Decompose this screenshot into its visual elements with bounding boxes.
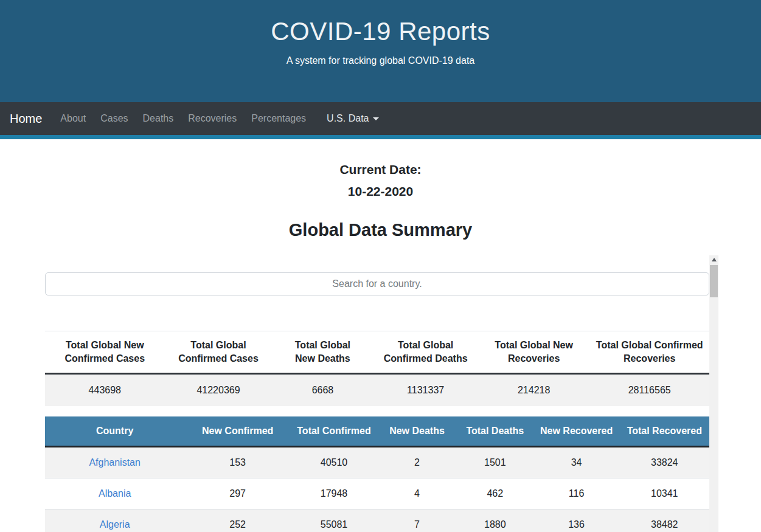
table-cell: 136 (533, 510, 620, 532)
table-cell: 1501 (457, 447, 533, 478)
search-input[interactable] (45, 272, 709, 295)
table-row: Algeria252550817188013638482 (45, 510, 709, 532)
scroll-region: Total Global New Confirmed CasesTotal Gl… (39, 255, 718, 532)
table-cell: 55081 (291, 510, 377, 532)
global-summary-table: Total Global New Confirmed CasesTotal Gl… (45, 331, 709, 406)
scrollbar[interactable] (709, 255, 718, 532)
table-cell: 462 (457, 478, 533, 510)
summary-value-cell: 1131337 (373, 374, 478, 407)
nav-item-u-s-data[interactable]: U.S. Data (319, 113, 386, 123)
summary-value-row: 443698412203696668113133721421828116565 (45, 374, 709, 407)
summary-column-header: Total Global New Confirmed Cases (45, 331, 165, 374)
nav-item-cases[interactable]: Cases (93, 113, 135, 123)
nav-item-percentages[interactable]: Percentages (244, 113, 313, 123)
site-title: COVID-19 Reports (0, 16, 761, 47)
country-column-header: New Deaths (377, 416, 457, 447)
country-cell: Afghanistan (45, 447, 184, 478)
table-cell: 7 (377, 510, 457, 532)
current-date-label: Current Date: (0, 161, 761, 178)
nav-item-deaths[interactable]: Deaths (136, 113, 181, 123)
country-column-header: Total Confirmed (291, 416, 377, 447)
country-table-body: Afghanistan15340510215013433824Albania29… (45, 447, 709, 532)
table-cell: 38482 (620, 510, 709, 532)
country-link[interactable]: Algeria (100, 519, 130, 530)
summary-column-header: Total Global Confirmed Cases (165, 331, 273, 374)
table-cell: 297 (184, 478, 291, 510)
summary-header-row: Total Global New Confirmed CasesTotal Gl… (45, 331, 709, 374)
site-subtitle: A system for tracking global COVID-19 da… (0, 55, 761, 66)
table-cell: 40510 (291, 447, 377, 478)
scroll-content: Total Global New Confirmed CasesTotal Gl… (45, 272, 709, 532)
table-cell: 116 (533, 478, 620, 510)
nav-item-about[interactable]: About (53, 113, 93, 123)
country-header-row: CountryNew ConfirmedTotal ConfirmedNew D… (45, 416, 709, 447)
summary-column-header: Total Global Confirmed Deaths (373, 331, 478, 374)
country-link[interactable]: Afghanistan (89, 457, 141, 468)
nav-items: AboutCasesDeathsRecoveriesPercentagesU.S… (53, 113, 386, 124)
country-column-header: New Confirmed (184, 416, 291, 447)
summary-column-header: Total Global New Deaths (272, 331, 373, 374)
chevron-down-icon (373, 117, 379, 120)
scrollbar-thumb[interactable] (710, 265, 718, 297)
summary-value-cell: 6668 (272, 374, 373, 407)
summary-column-header: Total Global Confirmed Recoveries (589, 331, 709, 374)
table-cell: 4 (377, 478, 457, 510)
country-column-header: Total Deaths (457, 416, 533, 447)
country-link[interactable]: Albania (99, 488, 131, 499)
table-row: Albania29717948446211610341 (45, 478, 709, 510)
table-cell: 252 (184, 510, 291, 532)
table-cell: 1880 (457, 510, 533, 532)
summary-value-cell: 214218 (478, 374, 589, 407)
country-column-header: New Recovered (533, 416, 620, 447)
table-cell: 33824 (620, 447, 709, 478)
page-header: COVID-19 Reports A system for tracking g… (0, 0, 761, 102)
summary-value-cell: 28116565 (589, 374, 709, 407)
nav-brand-home[interactable]: Home (10, 112, 42, 126)
summary-value-cell: 41220369 (165, 374, 273, 407)
summary-column-header: Total Global New Recoveries (478, 331, 589, 374)
country-data-table: CountryNew ConfirmedTotal ConfirmedNew D… (45, 416, 709, 532)
accent-strip (0, 135, 761, 139)
page-title: Global Data Summary (0, 219, 761, 241)
table-cell: 34 (533, 447, 620, 478)
country-cell: Algeria (45, 510, 184, 532)
country-column-header: Total Recovered (620, 416, 709, 447)
table-row: Afghanistan15340510215013433824 (45, 447, 709, 478)
scroll-up-icon[interactable] (709, 255, 718, 264)
country-column-header: Country (45, 416, 184, 447)
main-navbar: Home AboutCasesDeathsRecoveriesPercentag… (0, 102, 761, 135)
table-cell: 10341 (620, 478, 709, 510)
summary-value-cell: 443698 (45, 374, 165, 407)
table-cell: 17948 (291, 478, 377, 510)
current-date-value: 10-22-2020 (0, 183, 761, 200)
nav-item-recoveries[interactable]: Recoveries (181, 113, 244, 123)
country-cell: Albania (45, 478, 184, 510)
table-cell: 2 (377, 447, 457, 478)
table-cell: 153 (184, 447, 291, 478)
